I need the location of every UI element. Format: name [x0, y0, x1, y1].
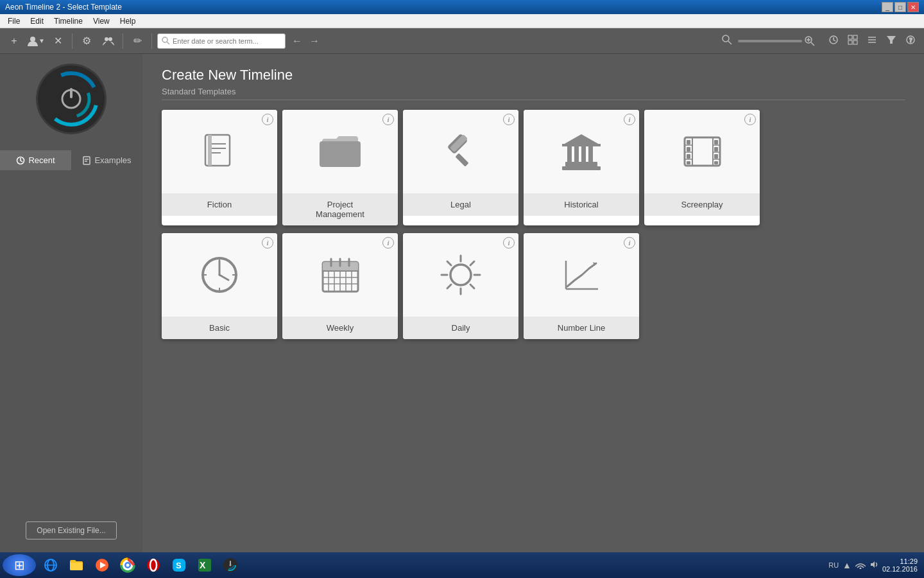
legal-label: Legal [403, 193, 518, 216]
svg-line-67 [219, 275, 228, 280]
search-input[interactable] [173, 37, 281, 45]
zoom-icon [719, 33, 735, 48]
template-historical[interactable]: i Historical [524, 110, 639, 225]
template-weekly[interactable]: i [282, 233, 398, 339]
svg-marker-19 [887, 36, 896, 44]
basic-icon-area: i [162, 233, 277, 317]
number-line-label: Number Line [524, 317, 639, 339]
template-screenplay[interactable]: i [644, 110, 760, 225]
historical-label: Historical [524, 193, 639, 216]
svg-rect-42 [567, 145, 572, 162]
svg-rect-41 [565, 162, 597, 167]
number-line-info-button[interactable]: i [624, 237, 635, 249]
svg-point-22 [38, 66, 105, 132]
number-line-icon [561, 256, 603, 294]
menu-edit[interactable]: Edit [25, 15, 49, 27]
weekly-info-button[interactable]: i [382, 237, 394, 249]
template-legal[interactable]: i Legal [403, 110, 518, 225]
forward-button[interactable]: → [307, 34, 322, 48]
help-button[interactable]: ? [902, 33, 919, 48]
network-icon[interactable] [855, 560, 866, 571]
tray-lang: RU [828, 561, 839, 569]
svg-rect-29 [83, 157, 90, 164]
historical-info-button[interactable]: i [624, 114, 635, 125]
svg-rect-12 [848, 35, 852, 39]
taskbar-aeon[interactable] [218, 554, 243, 576]
svg-rect-44 [581, 145, 586, 162]
toolbar-divider-3 [151, 33, 152, 49]
menu-view[interactable]: View [88, 15, 115, 27]
taskbar: ⊞ [0, 552, 924, 578]
taskbar-skype[interactable]: S [167, 554, 191, 576]
pen-button[interactable]: ✏ [128, 32, 146, 50]
screenplay-info-button[interactable]: i [744, 114, 756, 125]
toolbar-divider-1 [72, 33, 73, 49]
sound-svg [869, 560, 878, 569]
template-number-line[interactable]: i Number Line [524, 233, 639, 339]
tab-examples[interactable]: Examples [71, 150, 142, 170]
maximize-button[interactable]: □ [894, 2, 906, 12]
settings-button[interactable]: ⚙ [78, 32, 96, 50]
skype-icon: S [171, 557, 187, 573]
svg-text:X: X [200, 560, 206, 570]
taskbar-opera[interactable] [141, 554, 166, 576]
sidebar: Recent Examples Open Existing File... [0, 54, 142, 552]
taskbar-tray: RU ▲ 11:29 02.12.2016 [828, 557, 921, 573]
zoom-slider[interactable] [738, 40, 802, 42]
grid-button[interactable] [844, 33, 861, 48]
svg-line-8 [811, 42, 814, 46]
template-daily[interactable]: i Daily [403, 233, 518, 339]
daily-icon [438, 252, 483, 297]
start-button[interactable]: ⊞ [3, 554, 36, 576]
ie-icon [43, 557, 58, 573]
recent-icon [16, 156, 25, 165]
taskbar-media[interactable] [90, 554, 114, 576]
tray-arrow-up[interactable]: ▲ [843, 560, 851, 570]
close-button[interactable]: ✕ [49, 32, 67, 50]
close-button[interactable]: ✕ [907, 2, 919, 12]
aeon-icon [223, 557, 238, 573]
sidebar-tabs: Recent Examples [0, 150, 142, 170]
people-button[interactable] [99, 32, 117, 50]
menu-file[interactable]: File [3, 15, 25, 27]
template-basic[interactable]: i Basic [162, 233, 277, 339]
search-box[interactable] [157, 33, 286, 49]
content-area: Create New Timeline Standard Templates i… [142, 54, 924, 552]
taskbar-ie[interactable] [38, 554, 63, 576]
back-button[interactable]: ← [289, 34, 305, 48]
sound-icon[interactable] [869, 560, 878, 571]
main-layout: Recent Examples Open Existing File... Cr… [0, 54, 924, 552]
fiction-info-button[interactable]: i [262, 114, 273, 125]
svg-rect-55 [714, 154, 718, 159]
tab-recent[interactable]: Recent [0, 150, 71, 170]
opera-icon [146, 557, 161, 573]
daily-info-button[interactable]: i [503, 237, 515, 249]
template-project-management[interactable]: i ProjectManagement [282, 110, 398, 225]
project-management-info-button[interactable]: i [382, 114, 394, 125]
user-dropdown-button[interactable]: ▼ [27, 32, 45, 50]
basic-info-button[interactable]: i [262, 237, 273, 249]
zoom-in-icon [805, 36, 815, 46]
view-buttons: ? [825, 33, 919, 48]
add-button[interactable]: + [5, 32, 23, 50]
minimize-button[interactable]: _ [882, 2, 893, 12]
template-fiction[interactable]: i Fiction [162, 110, 277, 225]
title-bar-text: Aeon Timeline 2 - Select Template [5, 3, 122, 12]
menu-help[interactable]: Help [115, 15, 141, 27]
taskbar-files[interactable] [64, 554, 89, 576]
svg-marker-118 [871, 561, 875, 568]
taskbar-excel[interactable]: X [193, 554, 217, 576]
tray-date: 02.12.2016 [882, 565, 918, 573]
svg-point-0 [30, 37, 35, 42]
menu-timeline[interactable]: Timeline [49, 15, 88, 27]
svg-point-85 [450, 265, 471, 285]
list-button[interactable] [864, 33, 880, 48]
history-button[interactable] [825, 33, 842, 48]
svg-line-6 [728, 41, 732, 44]
legal-info-button[interactable]: i [503, 114, 515, 125]
taskbar-chrome[interactable] [116, 554, 140, 576]
svg-point-1 [105, 37, 108, 41]
open-existing-button[interactable]: Open Existing File... [26, 521, 116, 539]
svg-rect-49 [687, 140, 690, 144]
filter-button[interactable] [883, 33, 900, 48]
